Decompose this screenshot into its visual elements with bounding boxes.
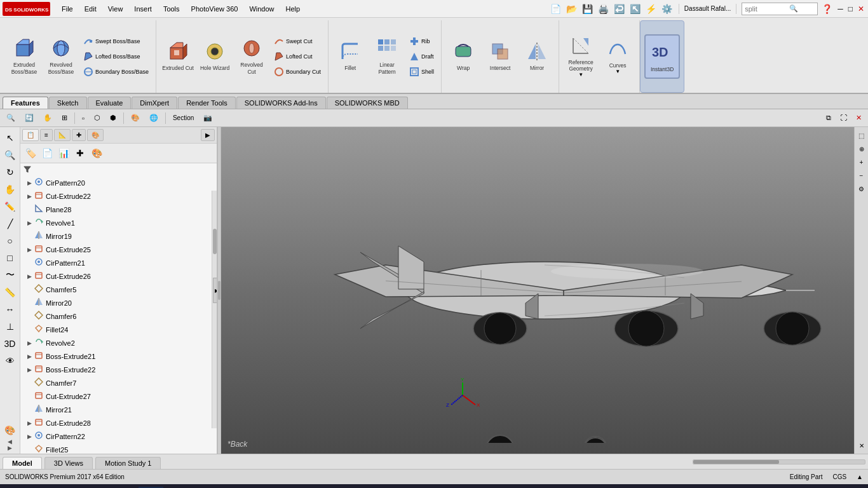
tree-expand-icon[interactable]: ▶ — [25, 193, 33, 200]
circle-tool-button[interactable]: ○ — [2, 233, 18, 249]
curves-button[interactable]: Curves ▼ — [600, 34, 635, 79]
tree-item-boss-extrude-22[interactable]: ▶Boss-Extrude22 — [20, 363, 217, 376]
rp-close-panel[interactable]: ✕ — [856, 440, 867, 451]
revolved-boss-base-button[interactable]: Revolved Boss/Base — [43, 34, 79, 79]
reference-geometry-button[interactable]: Reference Geometry ▼ — [563, 32, 599, 81]
rib-button[interactable]: Rib — [406, 34, 437, 48]
menu-item-window[interactable]: Window — [244, 4, 279, 14]
tree-expand-icon[interactable]: ▶ — [25, 339, 33, 347]
menu-item-view[interactable]: View — [103, 4, 128, 14]
tree-expand-icon[interactable]: ▶ — [25, 433, 33, 440]
menu-item-insert[interactable]: Insert — [129, 4, 157, 14]
extruded-boss-base-button[interactable]: Extruded Boss/Base — [6, 34, 42, 79]
tree-expand-icon[interactable]: ▶ — [25, 246, 33, 254]
sidebar-scrollbar[interactable] — [212, 191, 217, 428]
close-icon[interactable]: ✕ — [857, 3, 865, 15]
vp-front-icon[interactable]: ▫ — [78, 112, 88, 124]
menu-item-tools[interactable]: Tools — [158, 4, 185, 14]
bottom-tab-model[interactable]: Model — [3, 457, 42, 469]
rp-zoom-out[interactable]: − — [856, 170, 867, 181]
fillet-button[interactable]: Fillet — [332, 34, 368, 79]
tree-item-revolve-1[interactable]: ▶Revolve1 — [20, 216, 217, 229]
tree-item-cut-extrude-28[interactable]: ▶Cut-Extrude28 — [20, 416, 217, 430]
sidebar-tool-paint-icon[interactable]: 🎨 — [89, 146, 104, 161]
vp-pan-icon[interactable]: ✋ — [39, 112, 56, 124]
relation-tool-button[interactable]: ⊥ — [2, 318, 18, 335]
tab-sketch[interactable]: Sketch — [49, 97, 87, 109]
tree-item-fillet-25[interactable]: Fillet25 — [20, 443, 217, 454]
tree-item-boss-extrude-21[interactable]: ▶Boss-Extrude21 — [20, 349, 217, 363]
tree-item-mirror-20[interactable]: Mirror20 — [20, 296, 217, 309]
sidebar-expand-button[interactable]: ▶ — [201, 129, 215, 141]
sidebar-tab-custom[interactable]: ✚ — [72, 129, 86, 141]
vp-rotate-icon[interactable]: 🔄 — [21, 112, 37, 124]
3d-sketch-button[interactable]: 3D — [2, 336, 18, 352]
vp-zoom-icon[interactable]: 🔍 — [3, 112, 19, 124]
tree-expand-icon[interactable]: ▶ — [25, 366, 33, 374]
spline-tool-button[interactable]: 〜 — [2, 267, 18, 283]
select-icon[interactable]: ↖️ — [628, 3, 642, 15]
sidebar-tool-doc-icon[interactable]: 📄 — [39, 146, 55, 161]
tree-expand-icon[interactable]: ▶ — [25, 219, 33, 227]
tab-addins[interactable]: SOLIDWORKS Add-Ins — [236, 97, 326, 109]
tree-item-cut-extrude-26[interactable]: ▶Cut-Extrude26 — [20, 269, 217, 283]
linear-pattern-button[interactable]: Linear Pattern — [369, 34, 405, 79]
maximize-icon[interactable]: □ — [847, 3, 854, 15]
tab-evaluate[interactable]: Evaluate — [88, 97, 132, 109]
splitter-handle[interactable] — [218, 281, 220, 300]
tree-expand-icon[interactable]: ▶ — [25, 179, 33, 187]
tab-mbd[interactable]: SOLIDWORKS MBD — [327, 97, 408, 109]
boundary-cut-button[interactable]: Boundary Cut — [271, 65, 324, 79]
tree-item-cut-extrude-22[interactable]: ▶Cut-Extrude22 — [20, 189, 217, 203]
line-tool-button[interactable]: ╱ — [2, 215, 18, 232]
new-icon[interactable]: 📄 — [549, 3, 562, 15]
tree-expand-icon[interactable]: ▶ — [25, 353, 33, 360]
tree-item-fillet-24[interactable]: Fillet24 — [20, 323, 217, 336]
horizontal-scrollbar[interactable] — [693, 459, 865, 464]
wrap-button[interactable]: Wrap — [445, 34, 481, 79]
select-tool-button[interactable]: ↖ — [2, 130, 18, 146]
intersect-button[interactable]: Intersect — [482, 34, 518, 79]
rp-triad[interactable]: ⊕ — [856, 143, 867, 154]
collapse-left-button[interactable]: ◀▶ — [2, 438, 18, 451]
vp-split-icon[interactable]: ⧉ — [822, 112, 835, 124]
vp-scene-icon[interactable]: 🌐 — [146, 112, 162, 124]
lofted-boss-base-button[interactable]: Lofted Boss/Base — [80, 50, 152, 64]
help-icon[interactable]: ❓ — [820, 3, 834, 15]
sidebar-tab-feature[interactable]: 📋 — [22, 129, 39, 141]
revolved-cut-button[interactable]: Revolved Cut — [234, 34, 269, 79]
sidebar-tool-filter-icon[interactable]: 🏷️ — [23, 146, 38, 161]
boundary-boss-button[interactable]: Boundary Boss/Base — [80, 65, 152, 79]
swept-boss-base-button[interactable]: Swept Boss/Base — [80, 34, 152, 48]
reference-geometry-dropdown[interactable]: ▼ — [578, 72, 583, 78]
tree-item-plane-28[interactable]: Plane28 — [20, 203, 217, 216]
tab-features[interactable]: Features — [3, 97, 48, 109]
menu-item-photoview[interactable]: PhotoView 360 — [186, 4, 243, 14]
rotate-tool-button[interactable]: ↻ — [2, 164, 18, 180]
vp-fit-icon[interactable]: ⊞ — [58, 112, 71, 124]
sidebar-tab-display[interactable]: 🎨 — [87, 129, 104, 141]
tree-item-cir-pattern-21[interactable]: CirPattern21 — [20, 256, 217, 269]
vp-camera-icon[interactable]: 📷 — [200, 112, 216, 124]
vp-wireframe-icon[interactable]: ⬡ — [90, 112, 104, 124]
sketch-tool-button[interactable]: ✏️ — [2, 198, 18, 215]
measure-tool-button[interactable]: 📏 — [2, 284, 18, 301]
curves-dropdown[interactable]: ▼ — [615, 69, 620, 75]
rebuild-icon[interactable]: ⚡ — [644, 3, 658, 15]
rect-tool-button[interactable]: □ — [2, 250, 18, 266]
sidebar-tab-property[interactable]: ≡ — [40, 129, 53, 141]
h-scrollbar-thumb[interactable] — [693, 460, 779, 464]
tree-item-mirror-19[interactable]: Mirror19 — [20, 229, 217, 243]
rp-zoom-in[interactable]: + — [856, 156, 867, 168]
vp-fullscreen-icon[interactable]: ⛶ — [836, 112, 851, 124]
bottom-tab-3dviews[interactable]: 3D Views — [44, 457, 93, 469]
search-input[interactable] — [745, 5, 789, 13]
rp-settings[interactable]: ⚙ — [856, 183, 867, 194]
menu-item-file[interactable]: File — [57, 4, 78, 14]
mirror-button[interactable]: Mirror — [519, 34, 555, 79]
tree-item-chamfer-6[interactable]: Chamfer6 — [20, 309, 217, 323]
vp-shaded-icon[interactable]: ⬢ — [106, 112, 120, 124]
save-icon[interactable]: 💾 — [581, 3, 594, 15]
menu-item-help[interactable]: Help — [281, 4, 306, 14]
tree-item-cut-extrude-25[interactable]: ▶Cut-Extrude25 — [20, 243, 217, 256]
